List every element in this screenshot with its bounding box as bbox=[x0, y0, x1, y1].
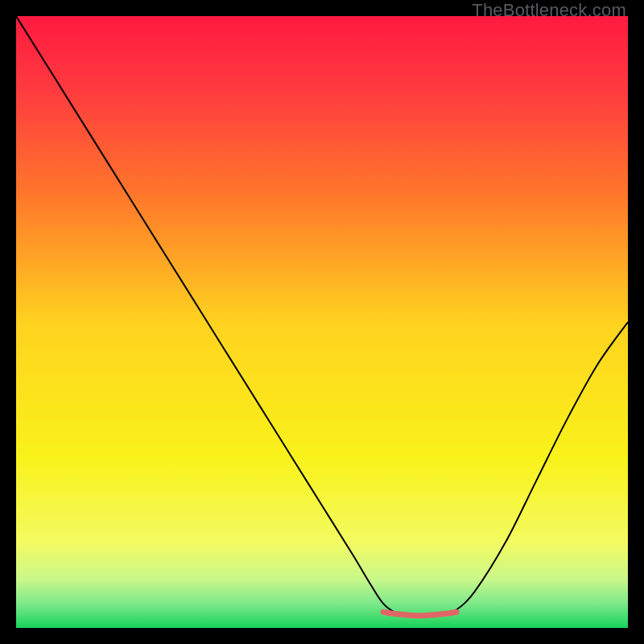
chart-frame bbox=[16, 16, 628, 628]
chart-svg bbox=[16, 16, 628, 628]
watermark-text: TheBottleneck.com bbox=[472, 0, 626, 21]
gradient-background bbox=[16, 16, 628, 628]
